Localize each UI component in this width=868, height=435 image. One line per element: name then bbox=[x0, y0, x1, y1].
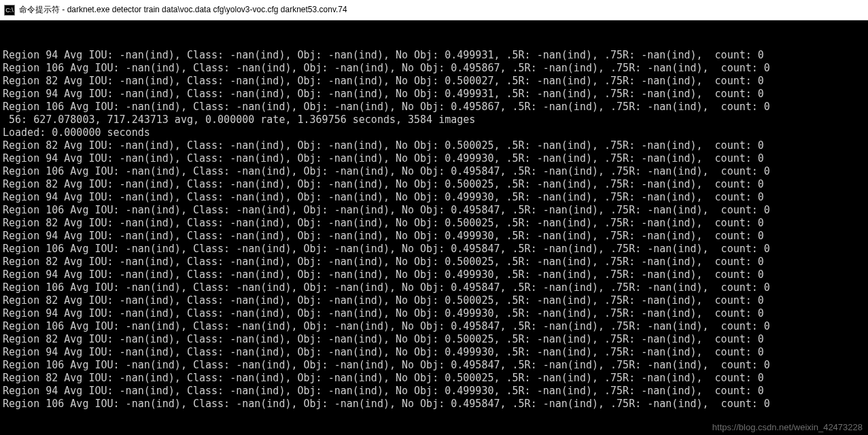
terminal-line: Region 82 Avg IOU: -nan(ind), Class: -na… bbox=[3, 256, 865, 268]
terminal-line: Loaded: 0.000000 seconds bbox=[3, 126, 865, 139]
window-titlebar[interactable]: C:\ 命令提示符 - darknet.exe detector train d… bbox=[0, 0, 868, 20]
terminal-line: Region 106 Avg IOU: -nan(ind), Class: -n… bbox=[3, 243, 865, 256]
terminal-line: Region 82 Avg IOU: -nan(ind), Class: -na… bbox=[3, 333, 865, 346]
terminal-line: Region 94 Avg IOU: -nan(ind), Class: -na… bbox=[3, 268, 865, 281]
terminal-line: Region 82 Avg IOU: -nan(ind), Class: -na… bbox=[3, 178, 865, 191]
terminal-line: Region 94 Avg IOU: -nan(ind), Class: -na… bbox=[3, 49, 865, 62]
terminal-line: Region 94 Avg IOU: -nan(ind), Class: -na… bbox=[3, 191, 865, 204]
terminal-output[interactable]: Region 94 Avg IOU: -nan(ind), Class: -na… bbox=[0, 20, 868, 435]
cmd-icon: C:\ bbox=[4, 5, 15, 16]
terminal-line: Region 106 Avg IOU: -nan(ind), Class: -n… bbox=[3, 359, 865, 372]
terminal-line: Region 106 Avg IOU: -nan(ind), Class: -n… bbox=[3, 320, 865, 333]
terminal-line: Region 94 Avg IOU: -nan(ind), Class: -na… bbox=[3, 88, 865, 101]
terminal-line: Region 82 Avg IOU: -nan(ind), Class: -na… bbox=[3, 139, 865, 152]
terminal-line: Region 106 Avg IOU: -nan(ind), Class: -n… bbox=[3, 62, 865, 75]
terminal-line: Region 106 Avg IOU: -nan(ind), Class: -n… bbox=[3, 165, 865, 178]
terminal-line: Region 82 Avg IOU: -nan(ind), Class: -na… bbox=[3, 372, 865, 385]
terminal-line: Region 106 Avg IOU: -nan(ind), Class: -n… bbox=[3, 398, 865, 411]
terminal-line: Region 82 Avg IOU: -nan(ind), Class: -na… bbox=[3, 294, 865, 307]
terminal-line: Region 94 Avg IOU: -nan(ind), Class: -na… bbox=[3, 346, 865, 359]
terminal-line: Region 106 Avg IOU: -nan(ind), Class: -n… bbox=[3, 101, 865, 114]
window-title: 命令提示符 - darknet.exe detector train data\… bbox=[19, 4, 347, 16]
terminal-line: Region 94 Avg IOU: -nan(ind), Class: -na… bbox=[3, 307, 865, 320]
terminal-line: Region 106 Avg IOU: -nan(ind), Class: -n… bbox=[3, 204, 865, 217]
terminal-line: Region 82 Avg IOU: -nan(ind), Class: -na… bbox=[3, 217, 865, 230]
terminal-line: 56: 627.078003, 717.243713 avg, 0.000000… bbox=[3, 114, 865, 126]
terminal-line: Region 94 Avg IOU: -nan(ind), Class: -na… bbox=[3, 385, 865, 398]
watermark-text: https://blog.csdn.net/weixin_42473228 bbox=[712, 421, 863, 434]
terminal-line: Region 82 Avg IOU: -nan(ind), Class: -na… bbox=[3, 75, 865, 88]
terminal-line: Region 94 Avg IOU: -nan(ind), Class: -na… bbox=[3, 152, 865, 165]
terminal-line: Region 106 Avg IOU: -nan(ind), Class: -n… bbox=[3, 281, 865, 294]
terminal-line: Region 94 Avg IOU: -nan(ind), Class: -na… bbox=[3, 230, 865, 243]
